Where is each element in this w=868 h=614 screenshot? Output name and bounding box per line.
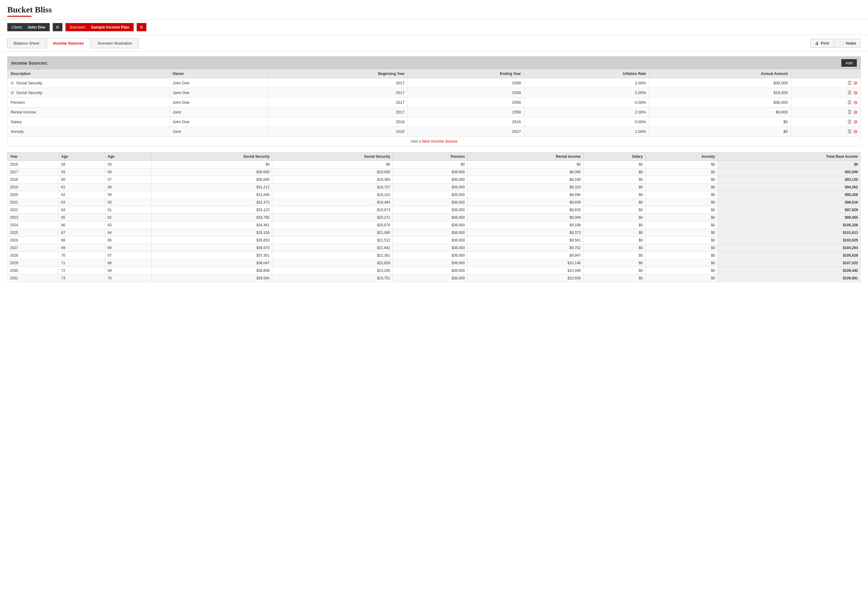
income-desc: Rental Income xyxy=(8,107,170,117)
income-ending-year: 2058 xyxy=(408,98,524,107)
col-age2: Age xyxy=(105,152,152,161)
edit-menu-icon[interactable]: ☰ xyxy=(847,109,852,115)
dt-salary: $0 xyxy=(583,236,646,244)
dt-total: $93,120 xyxy=(718,176,861,183)
dt-ss2: $18,000 xyxy=(272,168,393,176)
dt-pension: $36,000 xyxy=(393,252,467,260)
income-ending-year: 2058 xyxy=(408,88,524,98)
income-source-row: Salary John Doe 2016 2016 0.00% $0 ☰ ⊖ xyxy=(8,117,861,127)
print-button[interactable]: 🖨 Print xyxy=(811,39,834,48)
dt-ss1: $30,600 xyxy=(152,176,272,183)
dt-age2: 58 xyxy=(105,183,152,191)
add-income-source-button[interactable]: Add xyxy=(841,59,857,67)
dt-year: 2027 xyxy=(8,244,59,252)
edit-menu-icon[interactable]: ☰ xyxy=(847,119,852,125)
dt-ss1: $38,808 xyxy=(152,267,272,275)
scenario-button[interactable]: Scenario: Sample Income Plan xyxy=(65,23,134,31)
income-source-row: Rental Income Joint 2017 2058 2.00% $8,0… xyxy=(8,107,861,117)
dt-ss2: $23,285 xyxy=(272,267,393,275)
dt-pension: $36,000 xyxy=(393,206,467,214)
dt-pension: $36,000 xyxy=(393,191,467,199)
dt-pension: $36,000 xyxy=(393,244,467,252)
remove-icon[interactable]: ⊖ xyxy=(854,119,857,125)
dt-age2: 57 xyxy=(105,176,152,183)
dt-total: $108,442 xyxy=(718,267,861,275)
client-gear-button[interactable]: ⚙ xyxy=(53,23,62,31)
remove-icon[interactable]: ⊖ xyxy=(854,80,857,86)
dt-age1: 59 xyxy=(59,168,105,176)
dt-year: 2031 xyxy=(8,275,59,282)
income-source-row: Pension John Doe 2017 2058 0.00% $36,000… xyxy=(8,98,861,107)
dt-age1: 60 xyxy=(59,176,105,183)
edit-menu-icon[interactable]: ☰ xyxy=(847,129,852,134)
dt-salary: $0 xyxy=(583,183,646,191)
data-table-row: 2024 66 63 $34,461 $20,676 $36,000 $9,18… xyxy=(8,221,861,229)
dt-year: 2030 xyxy=(8,267,59,275)
dt-salary: $0 xyxy=(583,214,646,221)
dt-year: 2021 xyxy=(8,199,59,206)
remove-icon[interactable]: ⊖ xyxy=(854,109,857,115)
dt-age2: 60 xyxy=(105,199,152,206)
dt-year: 2028 xyxy=(8,252,59,260)
income-beginning-year: 2017 xyxy=(268,88,408,98)
dt-ss1: $36,570 xyxy=(152,244,272,252)
dt-age2: 69 xyxy=(105,267,152,275)
dt-age2: 65 xyxy=(105,236,152,244)
dt-age1: 63 xyxy=(59,199,105,206)
tab-income-sources[interactable]: Income Sources xyxy=(47,38,90,48)
dt-rental: $10,349 xyxy=(467,267,583,275)
new-income-source-link[interactable]: New Income Source xyxy=(422,139,457,143)
dt-total: $105,629 xyxy=(718,252,861,260)
dt-ss2: $21,090 xyxy=(272,229,393,236)
dt-ss2: $23,751 xyxy=(272,275,393,282)
edit-menu-icon[interactable]: ☰ xyxy=(847,99,852,105)
add-new-income-row: Add a New Income Source xyxy=(8,137,861,146)
income-actions: ☰ ⊖ xyxy=(791,117,861,127)
grid-icon[interactable]: ⊞ xyxy=(11,90,14,95)
income-owner: John Doe xyxy=(169,117,268,127)
remove-icon[interactable]: ⊖ xyxy=(854,129,857,134)
dt-total: $99,065 xyxy=(718,214,861,221)
dt-rental: $0 xyxy=(467,161,583,168)
dt-age1: 58 xyxy=(59,161,105,168)
data-table-wrapper: Year Age Age Social Security Social Secu… xyxy=(7,152,861,282)
remove-icon[interactable]: ⊖ xyxy=(854,99,857,105)
edit-menu-icon[interactable]: ☰ xyxy=(847,80,852,86)
dt-annuity: $0 xyxy=(645,214,718,221)
dt-annuity: $0 xyxy=(645,191,718,199)
dt-annuity: $0 xyxy=(645,236,718,244)
grid-icon[interactable]: ⊞ xyxy=(11,81,14,85)
notes-label: Notes xyxy=(846,41,856,45)
income-beginning-year: 2017 xyxy=(268,78,408,88)
col-year: Year xyxy=(8,152,59,161)
remove-icon[interactable]: ⊖ xyxy=(854,90,857,96)
edit-menu-icon[interactable]: ☰ xyxy=(847,90,852,96)
data-table-header: Year Age Age Social Security Social Secu… xyxy=(8,152,861,161)
dt-year: 2029 xyxy=(8,260,59,267)
income-inflation-rate: 2.00% xyxy=(524,107,649,117)
scenario-name: Sample Income Plan xyxy=(91,25,129,30)
col-ss2: Social Security xyxy=(272,152,393,161)
dt-age2: 67 xyxy=(105,252,152,260)
dt-salary: $0 xyxy=(583,252,646,260)
tab-balance-sheet[interactable]: Balance Sheet xyxy=(7,38,46,48)
tab-scenario-illustration[interactable]: Scenario Illustration xyxy=(91,38,138,48)
client-button[interactable]: Client: John Doe xyxy=(7,23,50,31)
dt-age2: 55 xyxy=(105,161,152,168)
client-label: Client: xyxy=(11,25,23,30)
dt-age2: 66 xyxy=(105,244,152,252)
dt-ss1: $39,584 xyxy=(152,275,272,282)
col-rental: Rental Income xyxy=(467,152,583,161)
notes-button[interactable]: 📄 Notes xyxy=(835,39,861,48)
col-total: Total Base Income xyxy=(718,152,861,161)
dt-annuity: $0 xyxy=(645,183,718,191)
scenario-gear-button[interactable]: ⚙ xyxy=(137,23,146,31)
dt-annuity: $0 xyxy=(645,199,718,206)
col-age1: Age xyxy=(59,152,105,161)
dt-salary: $0 xyxy=(583,221,646,229)
data-table-row: 2022 64 61 $33,122 $19,873 $36,000 $8,83… xyxy=(8,206,861,214)
data-table-row: 2021 63 60 $32,473 $19,484 $36,000 $8,65… xyxy=(8,199,861,206)
dt-annuity: $0 xyxy=(645,206,718,214)
income-desc: Salary xyxy=(8,117,170,127)
dt-pension: $36,000 xyxy=(393,221,467,229)
